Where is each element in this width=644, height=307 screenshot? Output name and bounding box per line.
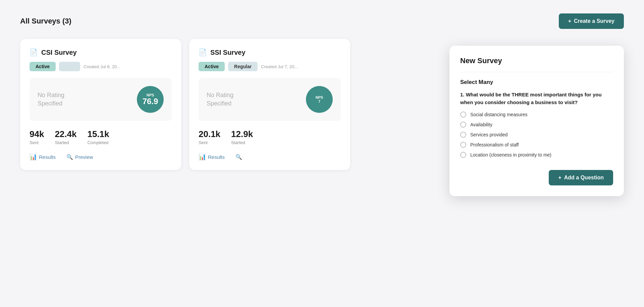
add-question-button[interactable]: + Add a Question xyxy=(549,170,613,185)
csi-rating-box: No RatingSpecified NPS 76.9 xyxy=(30,78,172,121)
plus-icon: + xyxy=(568,18,571,24)
ssi-active-badge: Active xyxy=(199,62,225,71)
ssi-regular-badge: Regular xyxy=(228,62,258,71)
option-radio-5[interactable] xyxy=(460,152,466,158)
page-header: All Surveys (3) + Create a Survey xyxy=(20,13,624,29)
option-radio-1[interactable] xyxy=(460,112,466,118)
modal-options: Social distancing measures Availability … xyxy=(460,112,613,158)
csi-nps-badge: NPS 76.9 xyxy=(137,86,164,113)
csi-preview-button[interactable]: 🔍 Preview xyxy=(66,153,93,161)
ssi-created-date: Created Jul 7, 20... xyxy=(261,64,298,69)
csi-started-stat: 22.4k Started xyxy=(55,129,76,145)
ssi-started-stat: 12.9k Started xyxy=(231,129,253,145)
ssi-sent-stat: 20.1k Sent xyxy=(199,129,220,145)
option-label-1: Social distancing measures xyxy=(470,112,527,117)
bar-chart-icon-2: 📊 xyxy=(199,153,206,161)
option-label-2: Availability xyxy=(470,122,492,127)
csi-no-rating: No RatingSpecified xyxy=(38,91,64,108)
modal-section-title: Select Many xyxy=(460,72,613,86)
modal-question: 1. What would be the THREE most importan… xyxy=(460,91,613,106)
csi-nps-value: 76.9 xyxy=(143,97,158,106)
ssi-nps-badge: NPS 7 xyxy=(306,86,333,113)
preview-icon-2: 🔍 xyxy=(235,154,242,160)
option-item-4: Professionalism of staff xyxy=(460,142,613,148)
csi-stats: 94k Sent 22.4k Started 15.1k Completed xyxy=(30,129,172,145)
option-label-5: Location (closeness in proximity to me) xyxy=(470,152,551,158)
csi-nps-label: NPS xyxy=(147,93,154,97)
csi-completed-stat: 15.1k Completed xyxy=(87,129,109,145)
csi-secondary-badge xyxy=(59,62,80,71)
survey-doc-icon: 📄 xyxy=(30,48,38,56)
option-label-3: Services provided xyxy=(470,132,507,137)
create-survey-label: Create a Survey xyxy=(574,18,614,24)
ssi-survey-card: 📄 SSI Survey Active Regular Created Jul … xyxy=(189,39,350,170)
ssi-rating-box: No RatingSpecified NPS 7 xyxy=(199,78,341,121)
survey-doc-icon-2: 📄 xyxy=(199,48,207,56)
preview-icon: 🔍 xyxy=(66,154,73,160)
ssi-nps-label: NPS xyxy=(316,95,323,99)
ssi-survey-title: 📄 SSI Survey xyxy=(199,48,341,56)
new-survey-modal: New Survey Select Many 1. What would be … xyxy=(449,46,624,196)
ssi-results-button[interactable]: 📊 Results xyxy=(199,153,225,161)
option-item-3: Services provided xyxy=(460,132,613,138)
create-survey-button[interactable]: + Create a Survey xyxy=(559,13,624,29)
option-radio-2[interactable] xyxy=(460,122,466,128)
csi-active-badge: Active xyxy=(30,62,56,71)
ssi-preview-button[interactable]: 🔍 xyxy=(235,153,242,161)
option-label-4: Professionalism of staff xyxy=(470,142,519,147)
ssi-stats: 20.1k Sent 12.9k Started xyxy=(199,129,341,145)
add-question-label: Add a Question xyxy=(564,175,604,181)
option-radio-3[interactable] xyxy=(460,132,466,138)
ssi-actions: 📊 Results 🔍 xyxy=(199,153,341,161)
option-item-2: Availability xyxy=(460,122,613,128)
option-item-5: Location (closeness in proximity to me) xyxy=(460,152,613,158)
modal-title: New Survey xyxy=(460,56,613,65)
ssi-no-rating: No RatingSpecified xyxy=(207,91,233,108)
csi-results-button[interactable]: 📊 Results xyxy=(30,153,56,161)
csi-created-date: Created Jul 8, 20... xyxy=(84,64,120,69)
surveys-container: 📄 CSI Survey Active Created Jul 8, 20...… xyxy=(20,39,624,170)
option-item-1: Social distancing measures xyxy=(460,112,613,118)
csi-badges: Active Created Jul 8, 20... xyxy=(30,62,172,71)
add-question-plus-icon: + xyxy=(558,175,561,181)
bar-chart-icon: 📊 xyxy=(30,153,37,161)
csi-survey-title: 📄 CSI Survey xyxy=(30,48,172,56)
ssi-nps-value: 7 xyxy=(318,99,320,103)
page-title: All Surveys (3) xyxy=(20,17,71,26)
csi-survey-card: 📄 CSI Survey Active Created Jul 8, 20...… xyxy=(20,39,181,170)
csi-sent-stat: 94k Sent xyxy=(30,129,44,145)
option-radio-4[interactable] xyxy=(460,142,466,148)
csi-actions: 📊 Results 🔍 Preview xyxy=(30,153,172,161)
ssi-badges: Active Regular Created Jul 7, 20... xyxy=(199,62,341,71)
